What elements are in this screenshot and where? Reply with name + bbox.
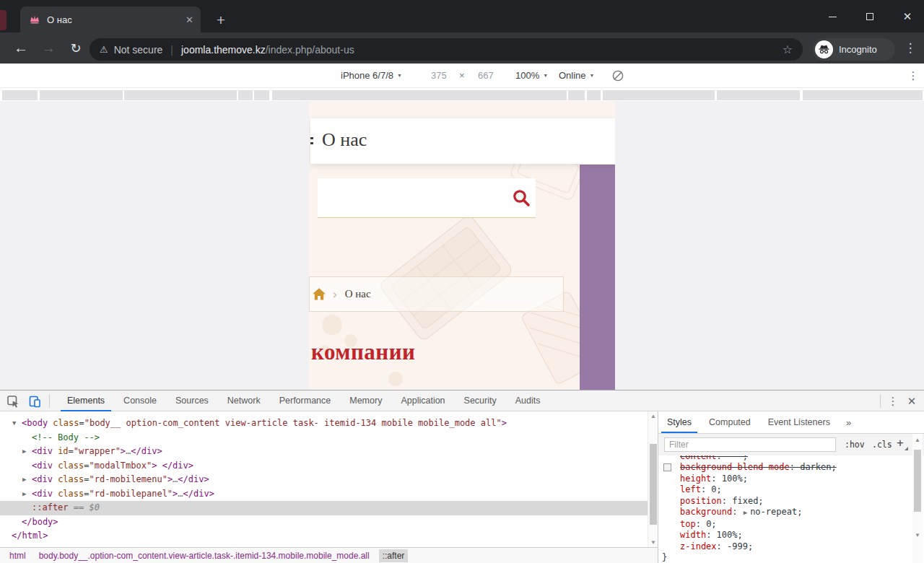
media-query-bar[interactable] (0, 87, 924, 101)
devtools-tab-performance[interactable]: Performance (270, 390, 341, 411)
styles-filter-input[interactable] (664, 437, 836, 452)
elements-scrollbar[interactable]: ▲ ▼ (648, 411, 658, 547)
expand-value-icon[interactable]: ▶ (744, 509, 747, 516)
tree-row[interactable]: ⋯::after == $0 (0, 501, 648, 515)
media-query-segment[interactable] (603, 90, 715, 100)
breadcrumb-node[interactable]: body.body__.option-com_content.view-arti… (35, 549, 373, 562)
expand-arrow-icon[interactable]: ▼ (12, 416, 22, 431)
breadcrumb-node[interactable]: ::after (379, 549, 409, 562)
address-bar[interactable]: ⚠ Not secure | joomla.themove.kz /index.… (90, 38, 803, 61)
devtools-tab-security[interactable]: Security (455, 390, 506, 411)
toggle-classes[interactable]: .cls (872, 440, 892, 450)
expand-arrow-icon[interactable]: ▶ (22, 487, 32, 502)
search-input[interactable] (318, 178, 536, 218)
styles-scrollbar[interactable]: ▲ ▼ (912, 434, 923, 563)
new-tab-button[interactable]: + (211, 10, 231, 30)
device-toolbar-menu-button[interactable]: ⋮ (902, 64, 924, 87)
browser-window: О нас ✕ + ✕ ← → ↻ ⚠ Not secure | joomla.… (0, 0, 924, 563)
sidebar-tab-event-listeners[interactable]: Event Listeners (759, 411, 839, 433)
devtools-tab-console[interactable]: Console (114, 390, 166, 411)
back-button[interactable]: ← (9, 32, 33, 64)
media-query-segment[interactable] (717, 90, 800, 100)
devtools-tab-application[interactable]: Application (391, 390, 454, 411)
page-purple-stripe (580, 165, 615, 390)
breadcrumb-node[interactable]: html (6, 549, 30, 562)
devtools-tab-network[interactable]: Network (218, 390, 270, 411)
devtools-menu-button[interactable]: ⋮ (884, 395, 902, 408)
security-status[interactable]: Not secure (114, 44, 163, 56)
media-query-segment[interactable] (2, 90, 38, 100)
media-query-segment[interactable] (124, 90, 237, 100)
devtools-tab-elements[interactable]: Elements (58, 390, 114, 411)
property-enable-checkbox[interactable] (663, 463, 671, 471)
tree-row[interactable]: <div class="modalTmbox"> </div> (0, 459, 648, 473)
css-declaration[interactable]: content: " "; (658, 455, 911, 462)
zoom-select[interactable]: 100% ▼ (515, 64, 548, 87)
media-query-segment[interactable] (803, 90, 923, 100)
browser-menu-button[interactable]: ⋮ (899, 32, 921, 64)
devtools-tab-memory[interactable]: Memory (340, 390, 391, 411)
media-query-segment[interactable] (238, 90, 253, 100)
window-minimize-button[interactable] (820, 7, 845, 26)
overflow-dots-icon[interactable]: ⋯ (0, 501, 3, 515)
device-select-value: iPhone 6/7/8 (341, 70, 393, 81)
sidebar-more-tabs-icon[interactable]: » (839, 417, 858, 428)
css-declaration[interactable]: z-index: -999; (658, 541, 911, 553)
device-select[interactable]: iPhone 6/7/8 ▼ (341, 64, 402, 87)
css-declaration[interactable]: background-blend-mode: darken; (658, 462, 911, 473)
css-declaration[interactable]: height: 100%; (658, 473, 911, 485)
tree-row[interactable]: ▶<div class="rd-mobilepanel">…</div> (0, 487, 648, 502)
expand-arrow-icon[interactable]: ▶ (22, 445, 32, 459)
devtools-tab-sources[interactable]: Sources (166, 390, 218, 411)
devtools-tab-audits[interactable]: Audits (506, 390, 550, 411)
new-style-rule-button[interactable]: + (897, 436, 904, 450)
scroll-up-icon[interactable]: ▲ (648, 413, 658, 419)
sidebar-tab-styles[interactable]: Styles (658, 411, 700, 433)
expand-arrow-icon[interactable]: ▶ (22, 473, 32, 487)
reload-button[interactable]: ↻ (64, 32, 88, 64)
inspect-element-icon[interactable] (6, 394, 20, 409)
rotate-viewport-icon[interactable] (611, 69, 624, 85)
rule-close-brace: } (658, 552, 911, 563)
devtools-close-button[interactable]: ✕ (902, 395, 921, 408)
media-query-segment[interactable] (568, 90, 585, 100)
media-query-segment[interactable] (587, 90, 601, 100)
scroll-down-icon[interactable]: ▼ (912, 532, 923, 538)
window-close-button[interactable]: ✕ (895, 7, 920, 26)
devtools-tabs: ElementsConsoleSourcesNetworkPerformance… (58, 390, 549, 411)
forward-button[interactable]: → (36, 32, 61, 64)
media-query-segment[interactable] (254, 90, 269, 100)
css-declaration[interactable]: position: fixed; (658, 496, 911, 507)
css-declaration[interactable]: left: 0; (658, 484, 911, 496)
tree-row[interactable]: </html> (0, 529, 648, 544)
search-icon[interactable] (511, 188, 531, 208)
tree-row[interactable]: ▶<div class="rd-mobilemenu">…</div> (0, 473, 648, 487)
bookmark-star-icon[interactable]: ☆ (783, 43, 793, 56)
browser-tab[interactable]: О нас ✕ (20, 6, 201, 32)
toggle-hover-state[interactable]: :hov (845, 440, 865, 450)
window-maximize-button[interactable] (858, 7, 882, 26)
tab-close-icon[interactable]: ✕ (186, 14, 193, 25)
media-query-segment[interactable] (272, 90, 567, 100)
viewport-width-field[interactable]: 375 (431, 64, 447, 87)
tree-row[interactable]: ▼<body class="body__ option-com_content … (0, 416, 648, 431)
device-toolbar-toggle-icon[interactable] (27, 394, 42, 409)
scrollbar-thumb[interactable] (914, 450, 921, 512)
scroll-down-icon[interactable]: ▼ (648, 539, 658, 546)
url-divider: | (170, 44, 173, 56)
tree-row[interactable]: ▶<div id="wrapper">…</div> (0, 445, 648, 459)
scroll-up-icon[interactable]: ▲ (912, 437, 923, 443)
tree-row[interactable]: </body> (0, 515, 648, 530)
css-declaration[interactable]: background: ▶no-repeat; (658, 507, 911, 519)
viewport-height-field[interactable]: 667 (478, 64, 494, 87)
css-declaration[interactable]: top: 0; (658, 519, 911, 531)
hamburger-menu-icon[interactable] (310, 142, 313, 144)
hamburger-menu-icon[interactable] (310, 137, 313, 139)
tree-row[interactable]: <!-- Body --> (0, 431, 648, 445)
sidebar-tab-computed[interactable]: Computed (700, 411, 759, 433)
scrollbar-thumb[interactable] (650, 444, 657, 525)
home-icon[interactable] (312, 287, 326, 302)
media-query-segment[interactable] (40, 90, 123, 100)
css-declaration[interactable]: width: 100%; (658, 530, 911, 541)
network-throttle-select[interactable]: Online ▼ (559, 64, 595, 87)
